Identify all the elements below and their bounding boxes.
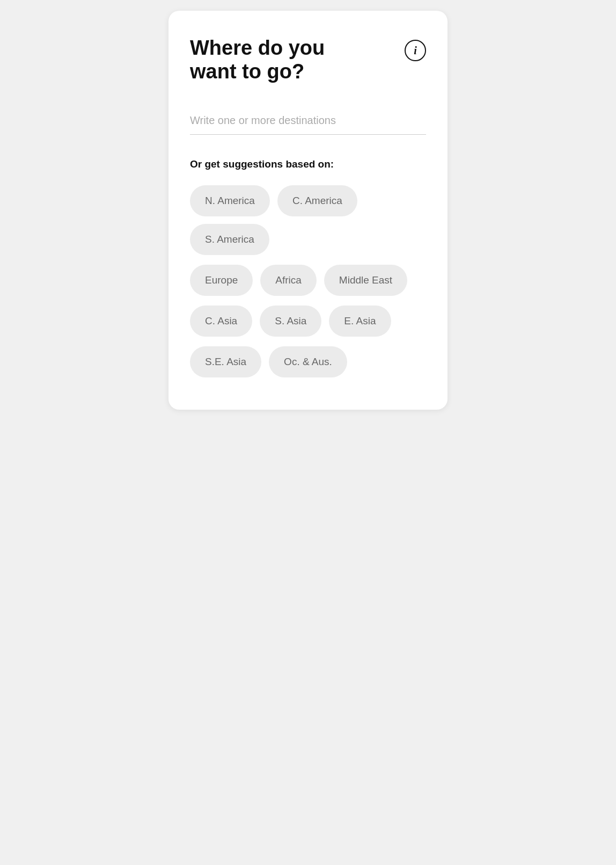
region-chip-middle-east[interactable]: Middle East	[324, 265, 407, 296]
region-chip-africa[interactable]: Africa	[260, 265, 317, 296]
suggestions-section: Or get suggestions based on: N. America …	[190, 158, 426, 377]
destination-input-section	[190, 109, 426, 135]
region-chip-s-america[interactable]: S. America	[190, 224, 269, 255]
region-row-1: N. America C. America S. America	[190, 185, 426, 255]
region-chip-c-asia[interactable]: C. Asia	[190, 306, 252, 337]
region-row-2: Europe Africa Middle East	[190, 265, 426, 296]
info-icon-button[interactable]: i	[405, 40, 426, 61]
region-chip-s-asia[interactable]: S. Asia	[260, 306, 321, 337]
region-chip-europe[interactable]: Europe	[190, 265, 253, 296]
region-chip-oc-aus[interactable]: Oc. & Aus.	[269, 346, 347, 377]
main-card: Where do you want to go? i Or get sugges…	[168, 11, 448, 410]
suggestions-label: Or get suggestions based on:	[190, 158, 426, 170]
header: Where do you want to go? i	[190, 37, 426, 83]
destination-input[interactable]	[190, 109, 426, 135]
region-row-3: C. Asia S. Asia E. Asia	[190, 306, 426, 337]
region-chip-n-america[interactable]: N. America	[190, 185, 270, 216]
region-row-4: S.E. Asia Oc. & Aus.	[190, 346, 426, 377]
region-chip-se-asia[interactable]: S.E. Asia	[190, 346, 261, 377]
page-title: Where do you want to go?	[190, 37, 367, 83]
info-icon: i	[414, 45, 417, 57]
region-chip-c-america[interactable]: C. America	[277, 185, 357, 216]
region-chip-e-asia[interactable]: E. Asia	[329, 306, 391, 337]
region-grid: N. America C. America S. America Europe …	[190, 185, 426, 377]
